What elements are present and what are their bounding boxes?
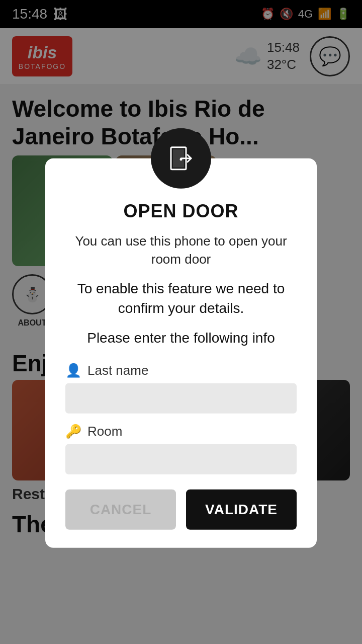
last-name-field-group: 👤 Last name <box>65 363 297 414</box>
room-label-row: 🔑 Room <box>65 424 297 439</box>
open-door-icon-circle <box>151 128 211 189</box>
person-icon: 👤 <box>65 363 81 378</box>
room-field-group: 🔑 Room <box>65 424 297 474</box>
last-name-label: Last name <box>87 363 148 378</box>
last-name-input[interactable] <box>65 383 297 414</box>
modal-description: You can use this phone to open your room… <box>65 232 297 269</box>
room-label: Room <box>87 424 122 439</box>
modal-enter-text: Please enter the following info <box>87 328 275 348</box>
modal-icon-wrapper <box>151 128 211 189</box>
modal-title: OPEN DOOR <box>123 201 238 222</box>
open-door-icon <box>166 143 196 174</box>
key-icon: 🔑 <box>65 424 81 439</box>
svg-point-3 <box>180 158 183 160</box>
last-name-label-row: 👤 Last name <box>65 363 297 378</box>
cancel-button[interactable]: CANCEL <box>65 490 176 530</box>
modal-enable-text: To enable this feature we need to confir… <box>65 279 297 318</box>
room-input[interactable] <box>65 444 297 474</box>
validate-button[interactable]: VALIDATE <box>186 490 297 530</box>
modal-buttons: CANCEL VALIDATE <box>65 490 297 530</box>
open-door-modal: OPEN DOOR You can use this phone to open… <box>45 158 317 548</box>
